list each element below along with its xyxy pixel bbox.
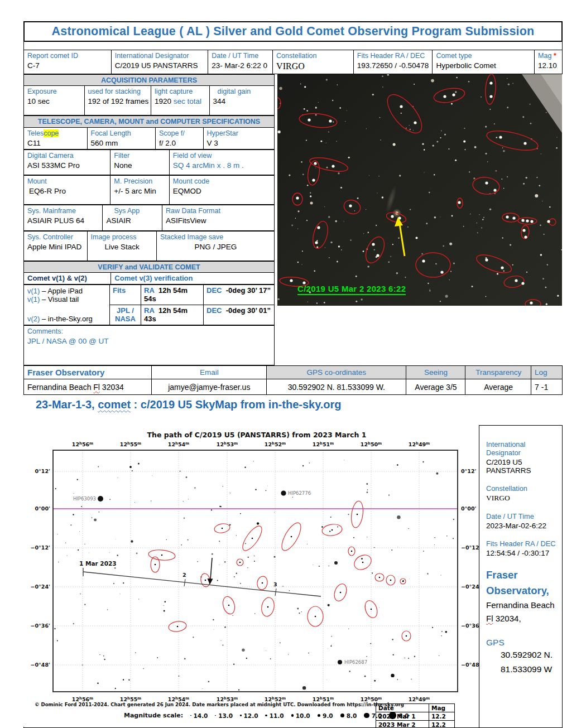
field-filter: Filter None [110, 150, 169, 175]
sidebar-constellation-value: VIRGO [486, 494, 558, 503]
svg-text:−0°12': −0°12' [31, 544, 50, 551]
email-header: Email [151, 366, 267, 379]
report-summary-row: Report comet ID C-7 International Design… [23, 50, 563, 74]
comet-photo [277, 74, 562, 306]
svg-text:0°12': 0°12' [461, 468, 477, 474]
gps-header: GPS co-ordinates [266, 366, 405, 379]
field-report-comet-id: Report comet ID C-7 [24, 50, 111, 74]
seeing-header: Seeing [406, 366, 465, 379]
specs-row-4: Sys. Mainframe ASIAIR PLUS 64 Sys App AS… [23, 205, 275, 231]
svg-text:0°12': 0°12' [35, 468, 51, 474]
section-acquisition-header: ACQUISITION PARAMETERS [23, 74, 275, 85]
sidebar-fits-label: Fits Header RA / DEC [486, 539, 558, 548]
svg-text:HIP62776: HIP62776 [288, 490, 311, 496]
photo-caption: C/2019 U5 Mar 2 2023 6:22 [297, 284, 406, 295]
field-mount: Mount EQ6-R Pro [24, 176, 110, 204]
spacer-row [23, 42, 563, 50]
acquisition-row: Exposure 10 sec used for stacking 192 of… [23, 85, 275, 115]
magnitude-scale-label: Magnitude scale: [124, 712, 183, 719]
field-digital-gain: digital gain 344 [209, 86, 274, 115]
svg-text:−0°36': −0°36' [31, 623, 50, 629]
section-verify-header: VERIFY and VALIDATE COMET [23, 261, 275, 272]
table-row: 2023 Mar 1 12.2 [376, 712, 454, 720]
svg-text:0°00': 0°00' [461, 505, 477, 512]
date-mag-table: Date Mag 2023 Mar 1 12.2 2023 Mar 2 12.2 [376, 703, 455, 728]
magnitude-scale-item: 8.0 [340, 712, 357, 719]
transparency-header: Transparency [465, 366, 531, 379]
specs-row-2: Digital Camera ASI 533MC Pro Filter None… [23, 150, 275, 175]
sidebar-fits-value: 12:54:54 / -0:30:17 [486, 549, 558, 557]
field-focal-length: Focal Length 560 mm [87, 128, 155, 149]
verify-grid: v(1) – Apple iPad v(1) – Visual tail v(2… [23, 285, 275, 325]
footer-header-row: Fraser Observatory Email GPS co-ordinate… [23, 365, 563, 379]
svg-text:−0°12': −0°12' [461, 544, 479, 551]
field-m-precision: M. Precision +/- 5 arc Min [110, 176, 169, 204]
sidebar-gps-values: 30.592902 N.81.533099 W [486, 648, 558, 677]
specs-row-1: Telescope C11 Focal Length 560 mm Scope … [23, 127, 275, 150]
magnitude-scale-item: 11.0 [265, 712, 284, 719]
sidebar-constellation-label: Constellation [486, 484, 558, 493]
field-international-designator: International Designator C/2019 U5 PANST… [111, 50, 208, 74]
photo-background [277, 74, 562, 306]
field-telescope: Telescope C11 [24, 128, 87, 149]
comments-cell: Comments: JPL / NASA @ 00 @ UT [24, 326, 274, 365]
field-digital-camera: Digital Camera ASI 533MC Pro [24, 150, 110, 175]
table-header-row: Date Mag [376, 704, 454, 712]
mag-asterisk: * [554, 52, 556, 60]
field-light-capture: light capture 1920 sec total [151, 86, 209, 115]
comments-row: Comments: JPL / NASA @ 00 @ UT [23, 325, 275, 365]
svg-text:3: 3 [273, 581, 277, 587]
svg-text:HIP62687: HIP62687 [344, 659, 367, 665]
report-title: Astronomical League ( AL ) Silver and Go… [52, 25, 535, 38]
sidebar-designator-label: International Designator [486, 440, 558, 457]
observatory-name-cell: Fraser Observatory [24, 366, 151, 379]
field-fits-header-radec: Fits Header RA / DEC 193.72650 / -0.5047… [353, 50, 433, 74]
field-mag: Mag * 12.10 [534, 50, 562, 74]
document-page: Astronomical League ( AL ) Silver and Go… [0, 0, 586, 728]
verify-fits-row: Fits RA 12h 54m 54s DEC -0deg 30’ 17” [110, 285, 274, 305]
path-date-label: 1 Mar 2023 [79, 560, 117, 567]
svg-text:−0°48': −0°48' [461, 662, 479, 668]
sidebar-observatory-name: FraserObservatory, [486, 567, 558, 599]
magnitude-scale-item: 13.0 [215, 712, 233, 719]
table-row: 2023 Mar 2 12.2 [376, 720, 454, 728]
magnitude-scale-item: 14.0 [190, 712, 208, 719]
field-used-for-stacking: used for stacking 192 of 192 frames [84, 86, 151, 115]
seeing-value: Average 3/5 [406, 379, 465, 394]
verify-col1-header: Comet v(1) & v(2) [24, 273, 111, 284]
skymap-sidebar: International Designator C/2019 U5 PANST… [479, 426, 562, 727]
magnitude-scale-item: 9.0 [318, 712, 333, 719]
field-comet-type: Comet type Hyperbolic Comet [432, 50, 534, 74]
sidebar-datetime-value: 2023-Mar-02-6:22 [486, 522, 558, 530]
field-hyperstar: HyperStar V 3 [203, 128, 274, 149]
svg-text:HIP63093: HIP63093 [73, 496, 96, 502]
field-mount-code: Mount code EQMOD [169, 176, 274, 204]
verify-jpl-row: JPL /NASA RA 12h 54m 43s DEC -0deg 30’ 0… [110, 305, 274, 325]
log-value: 7 -1 [531, 379, 562, 394]
field-sys-mainframe: Sys. Mainframe ASIAIR PLUS 64 [24, 205, 102, 230]
magnitude-scale: Magnitude scale: 14.013.012.011.010.09.0… [124, 712, 409, 719]
section-specs-header: TELESCOPE, CAMERA, MOUNT and COMPUTER SP… [23, 115, 275, 127]
field-stacked-image-save: Stacked Image save PNG / JPEG [156, 232, 274, 261]
email-value: jamye@jamye-fraser.us [151, 379, 267, 394]
field-constellation: Constellation VIRGO [272, 50, 353, 74]
highlighted-text: cope [44, 129, 59, 137]
sidebar-datetime-label: Date / UT Time [486, 512, 558, 520]
field-sys-controller: Sys. Controller Apple Mini IPAD [24, 232, 87, 261]
sidebar-observatory-address: Fernandina Beach Fl 32034, [486, 599, 558, 625]
field-scope-f: Scope f/ f/ 2.0 [155, 128, 203, 149]
chart-title: The path of C/2019 U5 (PANSTARRS) from 2… [147, 431, 367, 439]
skymap-heading: 23-Mar-1-3, comet : c/2019 U5 SkyMap fro… [36, 398, 342, 411]
verify-col-headers: Comet v(1) & v(2) Comet v(3) verificatio… [23, 272, 275, 285]
footer-value-row: Fernandina Beach Fl 32034 jamye@jamye-fr… [23, 379, 563, 395]
sidebar-designator-value: C/2019 U5 PANSTARRS [486, 458, 558, 475]
observatory-address: Fernandina Beach Fl 32034 [24, 379, 151, 394]
gps-value: 30.592902 N. 81.533099 W. [266, 379, 405, 394]
svg-text:−0°24': −0°24' [461, 584, 479, 590]
verify-coords-cell: Fits RA 12h 54m 54s DEC -0deg 30’ 17” JP… [110, 285, 274, 325]
field-raw-data-format: Raw Data Format ASIFitsView [162, 205, 274, 230]
field-field-of-view: Field of view SQ 4 arcMin x . 8 m . [169, 150, 274, 175]
verify-col2-header: Comet v(3) verification [111, 273, 274, 284]
svg-text:−0°48': −0°48' [31, 662, 50, 668]
specs-row-3: Mount EQ6-R Pro M. Precision +/- 5 arc M… [23, 175, 275, 205]
